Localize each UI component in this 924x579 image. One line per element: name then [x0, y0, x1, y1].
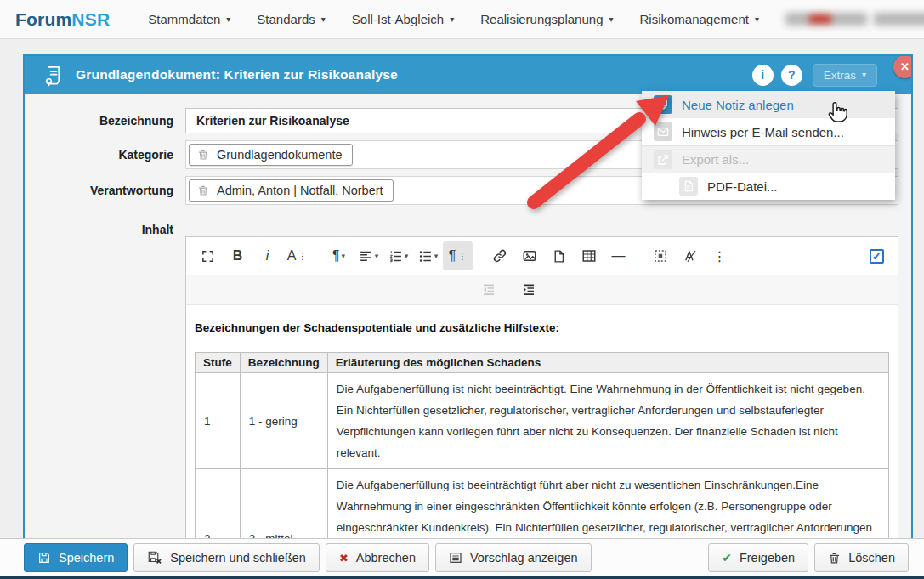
paragraph-format-button[interactable]: ¶▾	[324, 241, 354, 270]
paragraph-style-button[interactable]: ¶⋮	[443, 241, 473, 270]
release-button[interactable]: ✔ Freigeben	[708, 543, 808, 572]
delete-trash-icon	[828, 552, 841, 565]
unordered-list-button[interactable]: ▾	[413, 241, 443, 270]
more-vertical-icon: ⋮	[713, 248, 727, 264]
more-misc-button[interactable]: ⋮	[705, 241, 734, 270]
user-name-redacted-2	[874, 13, 924, 26]
close-icon: ✕	[900, 60, 910, 73]
inhalt-label: Inhalt	[25, 212, 185, 236]
ordered-list-button[interactable]: ▾	[383, 241, 413, 270]
nav-item-soll-ist-abgleich[interactable]: Soll-Ist-Abgleich ▾	[352, 12, 454, 26]
kategorie-tag-label: Grundlagendokumente	[217, 148, 343, 162]
more-dots-icon: ⋮	[298, 251, 307, 262]
checkbox-check-icon: ✓	[872, 250, 881, 263]
outdent-button[interactable]	[473, 275, 503, 304]
column-header-erlaeuterung: Erläuterung des möglichen Schadens	[327, 353, 888, 373]
menu-item-pdf-datei[interactable]: PDF-Datei...	[642, 173, 895, 200]
table-row: 1 1 - gering Die Aufgabenerfüllung ist n…	[196, 373, 889, 469]
fullscreen-button[interactable]	[193, 241, 223, 270]
risk-criteria-table: Stufe Bezeichnung Erläuterung des möglic…	[195, 352, 889, 538]
cell-erlaeuterung: Die Aufgabenerfüllung ist beeinträchtigt…	[327, 469, 888, 539]
show-suggestion-button[interactable]: Vorschlag anzeigen	[435, 543, 592, 572]
menu-item-label: PDF-Datei...	[707, 179, 778, 194]
trash-icon[interactable]	[197, 149, 209, 161]
bold-icon: B	[233, 248, 243, 264]
cell-text-part1: Die Aufgabenerfüllung ist beeinträchtigt…	[337, 479, 872, 538]
kategorie-label: Kategorie	[25, 148, 185, 162]
insert-image-button[interactable]	[514, 241, 544, 270]
save-button[interactable]: Speichern	[24, 543, 128, 572]
save-close-label: Speichern und schließen	[170, 551, 306, 565]
column-header-stufe: Stufe	[196, 353, 241, 373]
hr-icon: —	[612, 248, 626, 264]
chevron-down-icon: ▾	[375, 253, 379, 260]
modal-title: Grundlagendokument: Kriterien zur Risiko…	[76, 67, 745, 82]
cancel-label: Abbrechen	[356, 551, 416, 565]
save-icon	[37, 551, 51, 565]
form-row-inhalt: Inhalt	[25, 212, 898, 236]
chevron-down-icon: ▾	[862, 71, 866, 79]
chevron-down-icon: ▾	[405, 253, 409, 260]
show-suggestion-label: Vorschlag anzeigen	[470, 551, 578, 565]
bold-button[interactable]: B	[223, 241, 252, 270]
horizontal-rule-button[interactable]: —	[604, 241, 633, 270]
table-row: 2 2 - mittel Die Aufgabenerfüllung ist b…	[196, 469, 889, 539]
nav-item-stammdaten[interactable]: Stammdaten ▾	[148, 12, 230, 26]
brand-part2: NSR	[71, 9, 110, 29]
content-heading: Bezeichnungen der Schadenspotentiale und…	[195, 321, 889, 334]
chevron-down-icon: ▾	[226, 15, 230, 24]
align-button[interactable]: ▾	[354, 241, 383, 270]
more-dots-icon: ⋮	[457, 251, 467, 262]
info-button[interactable]: i	[752, 65, 774, 86]
document-scroll-icon	[42, 64, 65, 87]
modal-footer: Speichern Speichern und schließen ✖ Abbr…	[0, 538, 924, 579]
user-menu[interactable]: (ADMINISTRATOR) ▾	[785, 13, 924, 26]
more-text-button[interactable]: A⋮	[282, 241, 312, 270]
menu-item-neue-notiz-anlegen[interactable]: Neue Notiz anlegen	[642, 91, 895, 118]
nav-item-risikomanagement[interactable]: Risikomanagement ▾	[640, 12, 759, 26]
delete-label: Löschen	[848, 551, 895, 565]
italic-button[interactable]: i	[252, 241, 282, 270]
cell-erlaeuterung: Die Aufgabenerfüllung ist nicht beeinträ…	[327, 373, 888, 469]
verantwortung-tag-label: Admin, Anton | Notfall, Norbert	[217, 184, 383, 197]
chevron-down-icon: ▾	[755, 15, 759, 24]
save-label: Speichern	[59, 551, 114, 565]
extras-button[interactable]: Extras ▾	[813, 64, 877, 87]
insert-link-button[interactable]	[485, 241, 514, 270]
close-button[interactable]: ✕	[893, 55, 913, 78]
help-icon: ?	[788, 68, 796, 82]
menu-item-label: Neue Notiz anlegen	[682, 98, 794, 112]
indent-button[interactable]	[513, 275, 543, 304]
verantwortung-tag-chip[interactable]: Admin, Anton | Notfall, Norbert	[189, 179, 394, 202]
insert-table-button[interactable]	[574, 241, 604, 270]
save-and-close-button[interactable]: Speichern und schließen	[133, 543, 320, 572]
chevron-down-icon: ▾	[609, 15, 613, 24]
nav-item-label: Realisierungsplanung	[480, 12, 603, 26]
cell-stufe: 1	[196, 373, 241, 469]
info-icon: i	[761, 68, 764, 82]
editor-toolbar-row1: B i A⋮ ¶▾ ▾ ▾ ▾ ¶⋮ — ⋮ ✓	[186, 237, 898, 275]
nav-item-label: Stammdaten	[148, 12, 220, 26]
nav-item-realisierungsplanung[interactable]: Realisierungsplanung ▾	[480, 12, 613, 26]
cell-bezeichnung: 1 - gering	[240, 373, 327, 469]
trash-icon[interactable]	[197, 184, 209, 196]
nav-item-standards[interactable]: Standards ▾	[257, 12, 325, 26]
cancel-button[interactable]: ✖ Abbrechen	[326, 543, 429, 572]
menu-item-hinweis-per-email[interactable]: Hinweis per E-Mail senden...	[642, 118, 895, 145]
chevron-down-icon: ▾	[450, 15, 454, 24]
editor-toolbar-row2	[186, 275, 898, 305]
help-button[interactable]: ?	[781, 65, 802, 86]
rich-text-editor: B i A⋮ ¶▾ ▾ ▾ ▾ ¶⋮ — ⋮ ✓ Bezeichnungen d…	[185, 236, 898, 538]
kategorie-tag-chip[interactable]: Grundlagendokumente	[189, 144, 353, 166]
select-all-button[interactable]	[645, 241, 675, 270]
editor-toggle-checkbox[interactable]: ✓	[870, 249, 884, 264]
suggestion-list-icon	[449, 551, 462, 565]
cell-bezeichnung: 2 - mittel	[240, 469, 327, 539]
brand-logo[interactable]: ForumNSR	[15, 9, 110, 30]
clear-formatting-button[interactable]	[675, 241, 705, 270]
paragraph-icon: ¶	[332, 248, 340, 264]
new-note-icon	[654, 95, 672, 114]
delete-button[interactable]: Löschen	[814, 543, 909, 572]
editor-content-area[interactable]: Bezeichnungen der Schadenspotentiale und…	[186, 305, 898, 538]
insert-file-button[interactable]	[544, 241, 574, 270]
